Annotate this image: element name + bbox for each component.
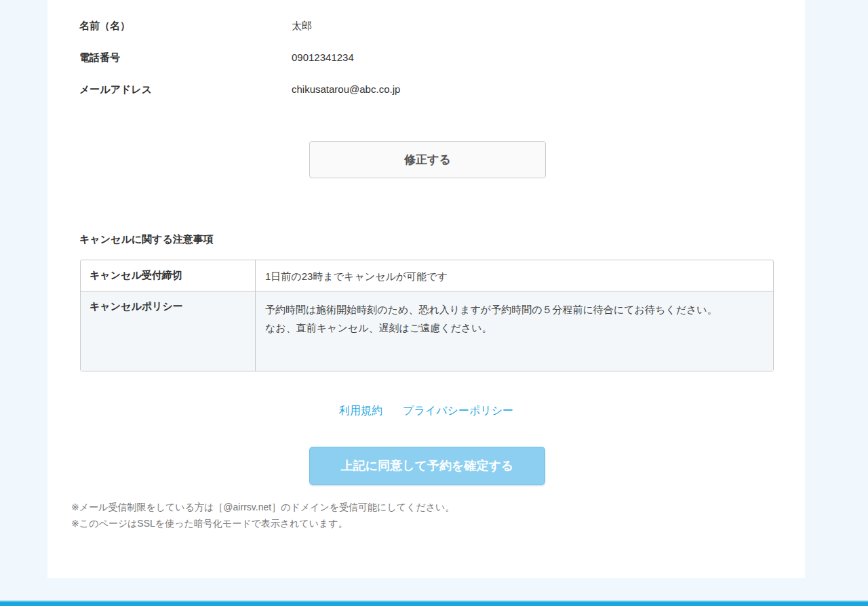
edit-button[interactable]: 修正する — [309, 141, 546, 178]
note-ssl: ※このページはSSLを使った暗号化モードで表示されています。 — [71, 515, 454, 531]
cancel-deadline-body: 1日前の23時までキャンセルが可能です — [256, 260, 773, 291]
cancel-policy-body: 予約時間は施術開始時刻のため、恐れ入りますが予約時間の５分程前に待合にてお待ちく… — [256, 291, 773, 371]
phone-label: 電話番号 — [79, 50, 292, 65]
confirm-reservation-button[interactable]: 上記に同意して予約を確定する — [309, 447, 545, 485]
footer-accent-bar — [0, 601, 868, 606]
cancel-notes-heading: キャンセルに関する注意事項 — [79, 233, 214, 246]
info-row-name: 名前（名） 太郎 — [79, 18, 312, 33]
email-value: chikusatarou@abc.co.jp — [292, 82, 400, 97]
cancel-policy-header: キャンセルポリシー — [81, 291, 256, 371]
cancel-deadline-header: キャンセル受付締切 — [81, 260, 256, 291]
cancel-policy-line-2: なお、直前キャンセル、遅刻はご遠慮ください。 — [265, 319, 762, 337]
name-label: 名前（名） — [79, 18, 292, 33]
info-row-phone: 電話番号 09012341234 — [79, 50, 354, 65]
note-mail-domain: ※メール受信制限をしている方は［@airrsv.net］のドメインを受信可能にし… — [71, 499, 454, 515]
table-row-cancel-deadline: キャンセル受付締切 1日前の23時までキャンセルが可能です — [81, 260, 773, 291]
reservation-confirm-card: 名前（名） 太郎 電話番号 09012341234 メールアドレス chikus… — [47, 0, 805, 578]
footer-notes: ※メール受信制限をしている方は［@airrsv.net］のドメインを受信可能にし… — [71, 499, 454, 531]
policy-links: 利用規約 プライバシーポリシー — [47, 404, 805, 418]
cancel-policy-line-1: 予約時間は施術開始時刻のため、恐れ入りますが予約時間の５分程前に待合にてお待ちく… — [265, 300, 762, 319]
name-value: 太郎 — [292, 18, 312, 33]
info-row-email: メールアドレス chikusatarou@abc.co.jp — [79, 82, 400, 97]
privacy-policy-link[interactable]: プライバシーポリシー — [403, 404, 513, 418]
phone-value: 09012341234 — [292, 50, 354, 65]
table-row-cancel-policy: キャンセルポリシー 予約時間は施術開始時刻のため、恐れ入りますが予約時間の５分程… — [81, 291, 773, 371]
terms-of-use-link[interactable]: 利用規約 — [339, 404, 382, 418]
email-label: メールアドレス — [79, 82, 292, 97]
cancel-notes-table: キャンセル受付締切 1日前の23時までキャンセルが可能です キャンセルポリシー … — [80, 260, 774, 371]
